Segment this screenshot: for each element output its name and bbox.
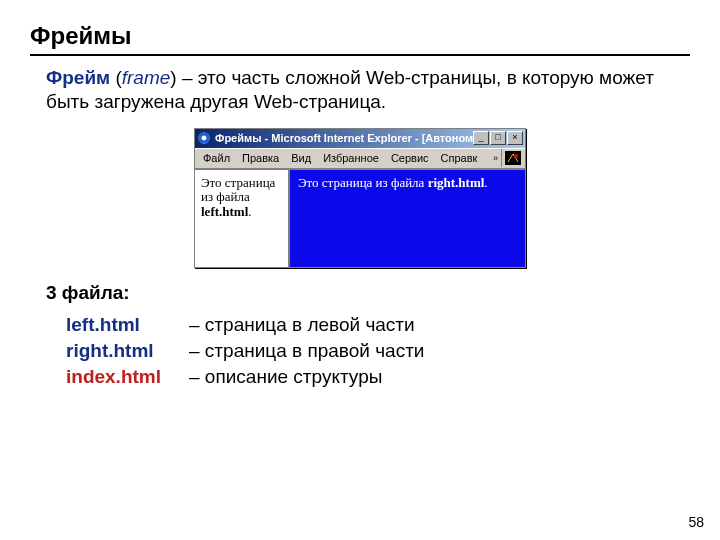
- file-desc: – описание структуры: [189, 366, 424, 388]
- definition-term: Фрейм: [46, 67, 110, 88]
- throbber-icon: [501, 149, 523, 167]
- file-name-right: right.html: [66, 340, 189, 362]
- file-desc: – страница в правой части: [189, 340, 424, 362]
- close-button[interactable]: ×: [507, 131, 523, 145]
- files-list: left.html – страница в левой части right…: [66, 310, 424, 392]
- ie-window: Фреймы - Microsoft Internet Explorer - […: [194, 128, 526, 268]
- menu-help[interactable]: Справк: [435, 150, 484, 166]
- definition-text: Фрейм (frame) – это часть сложной Web-ст…: [30, 66, 690, 114]
- list-item: right.html – страница в правой части: [66, 340, 424, 362]
- list-item: left.html – страница в левой части: [66, 314, 424, 336]
- menubar: Файл Правка Вид Избранное Сервис Справк …: [195, 148, 525, 169]
- right-frame-text: Это страница из файла: [298, 175, 428, 190]
- menu-favorites[interactable]: Избранное: [317, 150, 385, 166]
- left-frame-dot: .: [248, 204, 251, 219]
- svg-point-2: [514, 154, 518, 158]
- right-frame-dot: .: [484, 175, 487, 190]
- left-frame: Это страница из файла left.html.: [195, 169, 290, 267]
- left-frame-text: Это страница из файла: [201, 175, 275, 205]
- files-block: 3 файла: left.html – страница в левой ча…: [30, 282, 690, 392]
- right-frame: Это страница из файла right.html.: [290, 169, 525, 267]
- ie-logo-icon: [197, 131, 211, 145]
- overflow-chevron-icon[interactable]: »: [493, 153, 497, 163]
- list-item: index.html – описание структуры: [66, 366, 424, 388]
- files-heading: 3 файла:: [46, 282, 690, 304]
- frameset: Это страница из файла left.html. Это стр…: [195, 169, 525, 267]
- file-desc: – страница в левой части: [189, 314, 424, 336]
- definition-italic: frame: [122, 67, 171, 88]
- menu-view[interactable]: Вид: [285, 150, 317, 166]
- maximize-button[interactable]: □: [490, 131, 506, 145]
- left-frame-filename: left.html: [201, 204, 248, 219]
- right-frame-filename: right.html: [428, 175, 485, 190]
- window-title: Фреймы - Microsoft Internet Explorer - […: [215, 132, 473, 144]
- menu-edit[interactable]: Правка: [236, 150, 285, 166]
- window-controls: _ □ ×: [473, 131, 523, 145]
- minimize-button[interactable]: _: [473, 131, 489, 145]
- file-name-left: left.html: [66, 314, 189, 336]
- menu-file[interactable]: Файл: [197, 150, 236, 166]
- menu-tools[interactable]: Сервис: [385, 150, 435, 166]
- page-number: 58: [688, 514, 704, 530]
- titlebar: Фреймы - Microsoft Internet Explorer - […: [195, 129, 525, 148]
- file-name-index: index.html: [66, 366, 189, 388]
- page-title: Фреймы: [30, 22, 690, 56]
